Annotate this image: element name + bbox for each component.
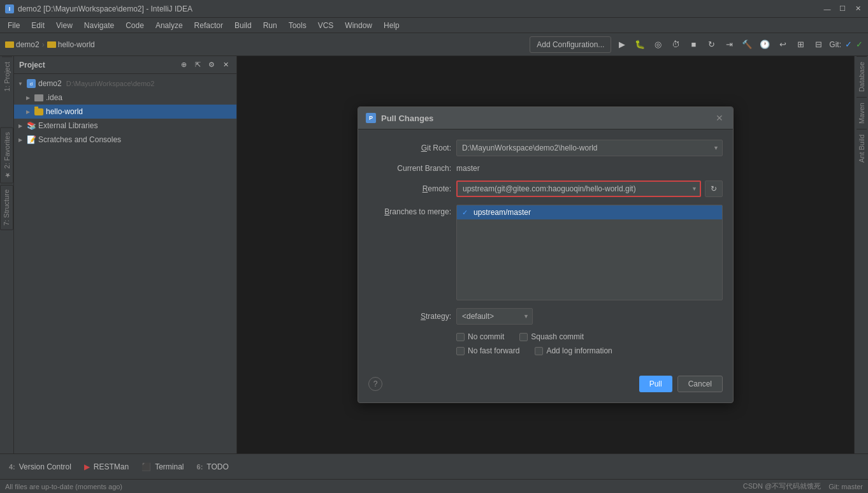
- branch-check-icon: ✓: [462, 209, 470, 216]
- version-control-tab[interactable]: 4: Version Control: [5, 458, 75, 476]
- menu-file[interactable]: File: [3, 20, 25, 31]
- sidebar-header: Project ⊕ ⇱ ⚙ ✕: [14, 56, 236, 74]
- strategy-select-wrap: <default> resolve recursive octopus ours…: [456, 308, 533, 325]
- menu-view[interactable]: View: [51, 20, 78, 31]
- toolbar-right: Add Configuration... ▶ 🐛 ◎ ⏱ ■ ↻ ⇥ 🔨 🕐 ↩…: [530, 36, 863, 53]
- minimize-button[interactable]: —: [822, 4, 832, 14]
- layout-button[interactable]: ⊟: [811, 38, 825, 52]
- pull-button[interactable]: Pull: [639, 376, 672, 392]
- breadcrumb-demo2[interactable]: demo2: [5, 40, 40, 49]
- remote-refresh-button[interactable]: ↻: [705, 180, 723, 197]
- add-content-root-icon[interactable]: ⊕: [178, 59, 189, 71]
- menu-refactor[interactable]: Refactor: [189, 20, 228, 31]
- tree-toggle-helloworld[interactable]: ▶: [24, 108, 32, 115]
- menu-edit[interactable]: Edit: [26, 20, 50, 31]
- breadcrumb-label-demo2: demo2: [16, 40, 40, 49]
- remote-row: Remote: upstream(git@gitee.com:haoguoqin…: [368, 180, 723, 197]
- restman-tab[interactable]: ▶ RESTMan: [80, 458, 133, 476]
- remote-label: Remote:: [368, 184, 451, 193]
- project-view-button[interactable]: ⊞: [793, 38, 807, 52]
- redo-button[interactable]: ⇥: [722, 38, 736, 52]
- terminal-tab[interactable]: ⬛ Terminal: [138, 458, 187, 476]
- settings-icon[interactable]: ⚙: [206, 59, 217, 71]
- tree-path-demo2: D:\MayunWorkspace\demo2: [66, 80, 155, 87]
- menu-analyze[interactable]: Analyze: [150, 20, 188, 31]
- menu-navigate[interactable]: Navigate: [79, 20, 119, 31]
- close-button[interactable]: ✕: [853, 4, 863, 14]
- database-strip[interactable]: Database: [857, 56, 867, 97]
- breadcrumb-helloworld[interactable]: hello-world: [47, 40, 95, 49]
- no-fast-forward-checkbox-wrap[interactable]: No fast forward: [456, 346, 519, 355]
- project-tab-strip[interactable]: 1: Project: [2, 56, 12, 96]
- folder-icon2: [47, 41, 56, 48]
- collapse-all-icon[interactable]: ⇱: [192, 59, 203, 71]
- todo-tab-number: 6:: [197, 463, 203, 471]
- breadcrumb-separator: ›: [42, 40, 45, 49]
- cancel-button[interactable]: Cancel: [677, 376, 723, 392]
- tree-item-external-libs[interactable]: ▶ 📚 External Libraries: [14, 119, 236, 133]
- vc-tab-label: Version Control: [19, 462, 71, 471]
- menu-tools[interactable]: Tools: [284, 20, 312, 31]
- squash-commit-checkbox[interactable]: [519, 333, 528, 341]
- options-row-2: No fast forward Add log information: [456, 346, 723, 355]
- tree-item-demo2[interactable]: ▼ d demo2 D:\MayunWorkspace\demo2: [14, 77, 236, 91]
- coverage-button[interactable]: ◎: [651, 38, 665, 52]
- stop-button[interactable]: ■: [686, 38, 700, 52]
- close-sidebar-icon[interactable]: ✕: [220, 59, 231, 71]
- git-root-select[interactable]: D:\MayunWorkspace\demo2\hello-world: [456, 140, 723, 156]
- window-title: demo2 [D:\MayunWorkspace\demo2] - Intell…: [18, 4, 192, 13]
- tree-item-scratches[interactable]: ▶ 📝 Scratches and Consoles: [14, 133, 236, 147]
- tree-toggle-scratches[interactable]: ▶: [17, 136, 24, 143]
- toolbar: demo2 › hello-world Add Configuration...…: [0, 33, 868, 56]
- add-log-checkbox-wrap[interactable]: Add log information: [535, 346, 612, 355]
- help-button[interactable]: ?: [368, 377, 382, 391]
- squash-commit-checkbox-wrap[interactable]: Squash commit: [519, 332, 584, 341]
- no-commit-checkbox-wrap[interactable]: No commit: [456, 332, 504, 341]
- profile-button[interactable]: ⏱: [669, 38, 683, 52]
- sidebar: Project ⊕ ⇱ ⚙ ✕ ▼ d demo2 D:\MayunWorksp…: [14, 56, 237, 453]
- bottom-tabs: 4: Version Control ▶ RESTMan ⬛ Terminal …: [0, 453, 868, 479]
- no-fast-forward-checkbox[interactable]: [456, 347, 465, 355]
- menu-help[interactable]: Help: [379, 20, 405, 31]
- maximize-button[interactable]: ☐: [837, 4, 848, 14]
- folder-icon: [5, 41, 14, 48]
- git-status[interactable]: Git: master: [828, 483, 863, 490]
- todo-tab[interactable]: 6: TODO: [193, 458, 233, 476]
- rollback-button[interactable]: ↩: [776, 38, 790, 52]
- maven-strip[interactable]: Maven: [857, 97, 867, 129]
- git-root-label: Git Root:: [368, 143, 451, 152]
- history-button[interactable]: 🕐: [758, 38, 772, 52]
- title-bar-left: I demo2 [D:\MayunWorkspace\demo2] - Inte…: [5, 4, 192, 13]
- tree-toggle-idea[interactable]: ▶: [24, 94, 32, 101]
- tree-toggle-extlibs[interactable]: ▶: [17, 122, 24, 129]
- favorites-tab[interactable]: ★ 2: Favorites: [0, 128, 13, 184]
- vc-tab-number: 4:: [9, 463, 15, 471]
- menu-vcs[interactable]: VCS: [313, 20, 339, 31]
- branch-item-upstream-master[interactable]: ✓ upstream/master: [457, 205, 722, 219]
- structure-tab[interactable]: 7: Structure: [0, 185, 13, 230]
- menu-code[interactable]: Code: [120, 20, 149, 31]
- breadcrumb-label-helloworld: hello-world: [58, 40, 95, 49]
- add-log-checkbox[interactable]: [535, 347, 543, 355]
- no-commit-checkbox[interactable]: [456, 333, 465, 341]
- add-configuration-button[interactable]: Add Configuration...: [530, 36, 611, 53]
- strategy-select[interactable]: <default> resolve recursive octopus ours…: [456, 308, 533, 325]
- menu-run[interactable]: Run: [258, 20, 282, 31]
- ant-build-strip[interactable]: Ant Build: [857, 129, 867, 168]
- rerun-button[interactable]: ↻: [704, 38, 718, 52]
- dialog-close-button[interactable]: ✕: [714, 112, 725, 124]
- menu-build[interactable]: Build: [229, 20, 257, 31]
- tree-item-idea[interactable]: ▶ .idea: [14, 91, 236, 105]
- branches-label: Branches to merge:: [368, 207, 451, 216]
- debug-button[interactable]: 🐛: [633, 38, 647, 52]
- window-controls[interactable]: — ☐ ✕: [822, 4, 863, 14]
- dialog-body: Git Root: D:\MayunWorkspace\demo2\hello-…: [358, 129, 733, 371]
- tree-item-helloworld[interactable]: ▶ hello-world: [14, 105, 236, 119]
- tree-toggle-demo2[interactable]: ▼: [17, 80, 24, 87]
- build-button[interactable]: 🔨: [740, 38, 754, 52]
- helloworld-folder-icon: [34, 107, 44, 117]
- remote-select[interactable]: upstream(git@gitee.com:haoguoqin/hello-w…: [456, 180, 701, 197]
- menu-window[interactable]: Window: [340, 20, 377, 31]
- run-button[interactable]: ▶: [615, 38, 629, 52]
- git-check1: ✓: [845, 40, 852, 49]
